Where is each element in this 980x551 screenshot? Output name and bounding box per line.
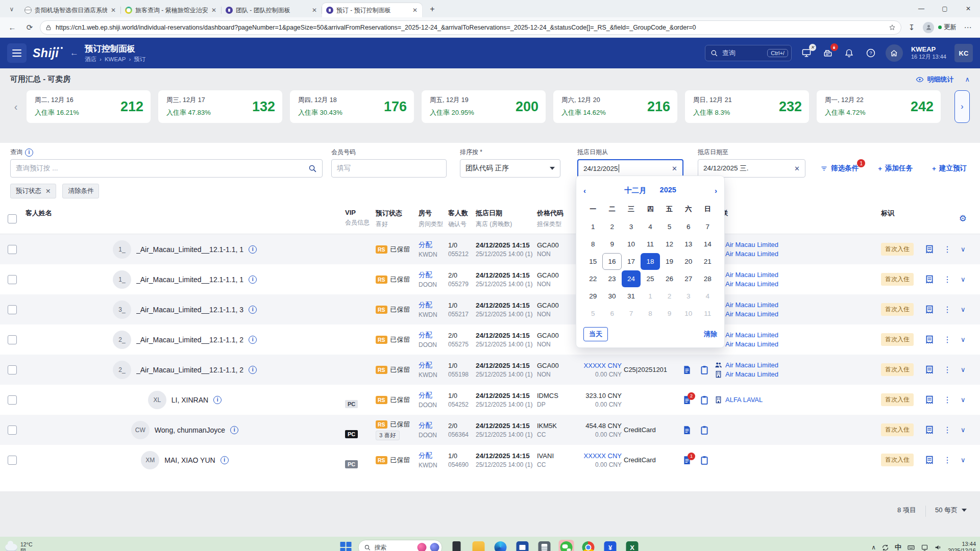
assign-room-link[interactable]: 分配 — [419, 240, 448, 249]
calendar-day[interactable]: 30 — [602, 288, 621, 305]
association-link[interactable]: Air Macau Limited — [715, 301, 881, 309]
table-settings-gear-icon[interactable]: ⚙ — [959, 213, 980, 224]
calendar-prev-icon[interactable]: ‹ — [583, 186, 596, 195]
calendar-day[interactable]: 7 — [698, 218, 717, 235]
calendar-day[interactable]: 4 — [698, 288, 717, 305]
guest-name[interactable]: LI, XINRAN — [172, 396, 208, 404]
association-link[interactable]: Air Macau Limited — [715, 271, 881, 279]
calendar-day[interactable]: 22 — [583, 270, 602, 287]
association-name[interactable]: Air Macau Limited — [725, 241, 778, 248]
info-icon[interactable]: i — [220, 456, 229, 464]
calendar-today-button[interactable]: 当天 — [583, 327, 608, 341]
query-input[interactable]: 查询预订按 ... — [10, 159, 323, 178]
row-checkbox[interactable] — [8, 395, 17, 405]
calendar-day[interactable]: 16 — [602, 253, 621, 270]
assign-room-link[interactable]: 分配 — [419, 451, 448, 460]
back-icon[interactable]: ← — [5, 20, 19, 35]
notifications-bell-icon[interactable] — [843, 46, 856, 60]
assign-room-link[interactable]: 分配 — [419, 421, 448, 430]
weather-widget[interactable]: 12°C 阴 — [5, 541, 32, 551]
association-link[interactable]: Air Macau Limited — [715, 361, 881, 369]
global-search-input[interactable]: 查询 Ctrl+/ — [705, 45, 792, 61]
assign-room-link[interactable]: 分配 — [419, 300, 448, 310]
assign-room-link[interactable]: 分配 — [419, 331, 448, 340]
help-icon[interactable]: ? — [864, 46, 877, 60]
arrival-to-input[interactable]: 24/12/2025 三. ✕ — [698, 159, 805, 178]
voucher-icon[interactable] — [925, 305, 934, 314]
clear-icon[interactable]: ✕ — [672, 165, 677, 172]
bookmark-star-icon[interactable] — [889, 24, 896, 31]
row-checkbox[interactable] — [8, 365, 17, 374]
assign-room-link[interactable]: 分配 — [419, 361, 448, 370]
tray-expand-chevron-icon[interactable]: ∧ — [871, 544, 876, 551]
association-link[interactable]: Air Macau Limited — [715, 340, 881, 348]
status-filter-chip[interactable]: 预订状态✕ — [10, 184, 56, 198]
calendar-day[interactable]: 3 — [679, 288, 698, 305]
property-info[interactable]: KWEAP 16 12月 13:44 — [911, 45, 946, 61]
calendar-day[interactable]: 29 — [583, 288, 602, 305]
calendar-day[interactable]: 28 — [698, 270, 717, 287]
calendar-day[interactable]: 17 — [622, 253, 641, 270]
ime-language-indicator[interactable]: 中 — [895, 543, 901, 551]
rate-amount[interactable]: XXXXX CNY — [584, 362, 622, 369]
tab-close-icon[interactable]: ✕ — [411, 6, 419, 14]
browser-update-button[interactable]: 更新 — [938, 23, 957, 32]
info-icon[interactable]: i — [249, 276, 257, 284]
association-link[interactable]: Air Macau Limited — [715, 241, 881, 248]
calendar-day[interactable]: 26 — [660, 270, 679, 287]
cashier-icon[interactable] — [821, 46, 835, 60]
clipboard-icon[interactable] — [700, 395, 709, 405]
calendar-day[interactable]: 31 — [622, 288, 641, 305]
row-checkbox[interactable] — [8, 335, 17, 344]
doc-icon[interactable] — [682, 425, 692, 435]
arrival-from-input[interactable]: 24/12/2025 ✕ — [577, 159, 683, 178]
sync-icon[interactable] — [881, 544, 889, 551]
calendar-day[interactable]: 8 — [641, 305, 659, 322]
calendar-day[interactable]: 21 — [698, 253, 717, 270]
calendar-day[interactable]: 10 — [679, 305, 698, 322]
calendar-day[interactable]: 2 — [660, 288, 679, 305]
minimize-button[interactable]: — — [910, 0, 933, 17]
member-input[interactable]: 填写 — [331, 159, 447, 178]
row-menu-icon[interactable]: ⋮ — [943, 335, 951, 344]
back-arrow-icon[interactable]: ← — [70, 48, 79, 58]
association-name[interactable]: Air Macau Limited — [725, 301, 778, 309]
guest-name[interactable]: _Air_Macau_Limited__12.1-1.1, 1 — [136, 276, 243, 284]
row-expand-chevron-icon[interactable]: ∨ — [961, 245, 966, 253]
calendar-day[interactable]: 9 — [602, 236, 621, 253]
new-tab-button[interactable]: + — [426, 3, 439, 16]
row-expand-chevron-icon[interactable]: ∨ — [961, 396, 966, 404]
row-menu-icon[interactable]: ⋮ — [943, 425, 951, 435]
calendar-day[interactable]: 2 — [602, 218, 621, 235]
row-expand-chevron-icon[interactable]: ∨ — [961, 426, 966, 434]
doc-icon[interactable]: 1 — [682, 456, 692, 465]
browser-menu-icon[interactable]: ⋯ — [961, 20, 975, 35]
clipboard-icon[interactable] — [700, 425, 709, 435]
calendar-day[interactable]: 6 — [602, 305, 621, 322]
info-icon[interactable]: i — [230, 426, 238, 434]
per-page-select[interactable]: 50 每页 — [935, 506, 967, 515]
browser-tab[interactable]: 旅客查询 - 紫楠旅馆业治安信息管✕ — [121, 3, 221, 17]
guest-name[interactable]: _Air_Macau_Limited__12.1-1.1, 3 — [136, 306, 243, 314]
calendar-year[interactable]: 2025 — [660, 186, 676, 195]
row-checkbox[interactable] — [8, 275, 17, 284]
voucher-icon[interactable] — [925, 245, 934, 254]
info-icon[interactable]: i — [249, 245, 257, 254]
url-text[interactable]: https://cn1.web.ep.shiji.world/individua… — [56, 24, 885, 31]
association-name[interactable]: Air Macau Limited — [725, 250, 778, 258]
rate-amount[interactable]: XXXXX CNY — [584, 452, 622, 460]
filter-conditions-button[interactable]: 筛选条件 1 — [820, 164, 859, 173]
collapse-chevron-icon[interactable]: ∧ — [965, 76, 970, 83]
profile-avatar-icon[interactable] — [923, 22, 934, 33]
doc-icon[interactable] — [682, 365, 692, 374]
close-button[interactable]: ✕ — [957, 0, 980, 17]
info-icon[interactable]: i — [249, 336, 257, 344]
guest-name[interactable]: _Air_Macau_Limited__12.1-1.1, 2 — [136, 336, 243, 344]
row-checkbox[interactable] — [8, 456, 17, 465]
calendar-day[interactable]: 12 — [660, 236, 679, 253]
voucher-icon[interactable] — [925, 275, 934, 284]
create-reservation-button[interactable]: +建立预订 — [932, 164, 967, 173]
row-menu-icon[interactable]: ⋮ — [943, 305, 951, 314]
col-guest-name[interactable]: 客人姓名 — [26, 209, 345, 218]
calendar-day[interactable]: 9 — [660, 305, 679, 322]
